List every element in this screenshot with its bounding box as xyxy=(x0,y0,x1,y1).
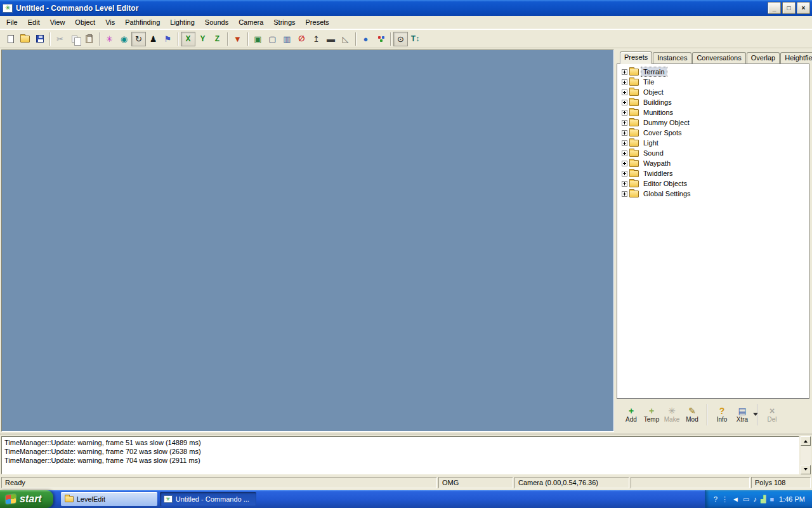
minimize-button[interactable]: _ xyxy=(768,2,781,14)
expand-plus-icon[interactable] xyxy=(622,90,627,95)
angle-tool-button[interactable]: ◺ xyxy=(338,32,353,46)
prohibit-button[interactable]: ∅ xyxy=(294,32,309,46)
app-icon[interactable] xyxy=(3,4,13,13)
windows-logo-icon xyxy=(6,494,16,504)
tree-item[interactable]: Twiddlers xyxy=(617,168,809,178)
volume-icon[interactable]: ♪ xyxy=(753,496,757,503)
info-button[interactable]: ? Info xyxy=(712,402,732,427)
tab-presets[interactable]: Presets xyxy=(620,51,652,64)
input-icon[interactable]: ⋮ xyxy=(721,496,728,503)
menu-presets[interactable]: Presets xyxy=(301,17,334,28)
walk-tool-button[interactable]: ♟ xyxy=(146,32,160,46)
expand-plus-icon[interactable] xyxy=(622,69,627,75)
del-button[interactable]: × Del xyxy=(762,402,782,427)
tree-item[interactable]: Munitions xyxy=(617,107,809,117)
taskbar-window-leveledit[interactable]: LevelEdit xyxy=(61,492,157,506)
cut-button[interactable]: ✂ xyxy=(53,32,67,46)
paste-button[interactable] xyxy=(82,32,96,46)
expand-plus-icon[interactable] xyxy=(622,130,627,136)
scroll-up-button[interactable] xyxy=(801,436,811,446)
tree-item[interactable]: Global Settings xyxy=(617,189,809,199)
expand-plus-icon[interactable] xyxy=(622,140,627,146)
mod-button[interactable]: ✎ Mod xyxy=(682,402,702,427)
expand-plus-icon[interactable] xyxy=(622,171,627,177)
menu-object[interactable]: Object xyxy=(70,17,100,28)
tree-item[interactable]: Waypath xyxy=(617,158,809,168)
tree-item[interactable]: Cover Spots xyxy=(617,128,809,138)
orbit-view-button[interactable]: ◉ xyxy=(117,32,131,46)
new-button[interactable] xyxy=(3,32,18,46)
solid-cube-button[interactable]: ▣ xyxy=(251,32,265,46)
dropdown-arrow-icon[interactable] xyxy=(753,413,758,418)
menu-file[interactable]: File xyxy=(1,17,23,28)
menu-camera[interactable]: Camera xyxy=(233,17,268,28)
copy-button[interactable] xyxy=(67,32,82,46)
expand-plus-icon[interactable] xyxy=(622,181,627,187)
gizmo-tool-button[interactable]: ✳ xyxy=(102,32,117,46)
tree-item[interactable]: Light xyxy=(617,138,809,148)
world-button[interactable]: ● xyxy=(358,32,373,46)
expand-plus-icon[interactable] xyxy=(622,161,627,166)
visibility-button[interactable]: ⊙ xyxy=(393,32,408,46)
menu-vis[interactable]: Vis xyxy=(100,17,120,28)
menu-view[interactable]: View xyxy=(45,17,70,28)
title-bar[interactable]: Untitled - Commando Level Editor _ □ × xyxy=(0,0,812,16)
expand-plus-icon[interactable] xyxy=(622,191,627,197)
menu-strings[interactable]: Strings xyxy=(268,17,300,28)
expand-plus-icon[interactable] xyxy=(622,150,627,156)
temp-button[interactable]: + Temp xyxy=(641,402,662,427)
tree-item[interactable]: Dummy Object xyxy=(617,117,809,128)
wire-cube-button[interactable]: ▢ xyxy=(265,32,280,46)
scroll-down-button[interactable] xyxy=(801,465,811,474)
network-icon[interactable]: ▟ xyxy=(761,496,766,503)
taskbar-window-commando[interactable]: Untitled - Commando ... xyxy=(160,492,256,506)
log-scrollbar[interactable] xyxy=(801,436,811,474)
tree-item[interactable]: Terrain xyxy=(617,67,809,77)
expand-plus-icon[interactable] xyxy=(622,120,627,126)
flag-tool-button[interactable]: ⚑ xyxy=(160,32,175,46)
rotate-tool-button[interactable]: ↻ xyxy=(131,32,146,46)
tree-item[interactable]: Buildings xyxy=(617,97,809,107)
menu-edit[interactable]: Edit xyxy=(23,17,45,28)
close-button[interactable]: × xyxy=(797,2,810,14)
menu-lighting[interactable]: Lighting xyxy=(165,17,200,28)
palette-button[interactable] xyxy=(373,32,388,46)
axis-x-button[interactable]: X xyxy=(181,32,195,46)
right-panel: PresetsInstancesConversationsOverlapHeig… xyxy=(617,48,812,434)
expand-plus-icon[interactable] xyxy=(622,79,627,85)
start-button[interactable]: start xyxy=(0,490,53,508)
screen-view-button[interactable]: ▥ xyxy=(280,32,294,46)
add-button[interactable]: + Add xyxy=(621,402,641,427)
3d-viewport[interactable] xyxy=(1,50,614,432)
display-icon[interactable]: ▭ xyxy=(743,496,749,503)
tree-item[interactable]: Sound xyxy=(617,148,809,158)
tree-item[interactable]: Editor Objects xyxy=(617,178,809,189)
tab-conversations[interactable]: Conversations xyxy=(692,52,745,64)
vehicle-button[interactable]: ▬ xyxy=(324,32,338,46)
axis-y-button[interactable]: Y xyxy=(195,32,210,46)
updates-icon[interactable]: ■ xyxy=(769,496,774,503)
maximize-button[interactable]: □ xyxy=(782,2,796,14)
expand-plus-icon[interactable] xyxy=(622,110,627,116)
tree-item[interactable]: Tile xyxy=(617,77,809,87)
tree-item[interactable]: Object xyxy=(617,87,809,97)
raise-object-button[interactable]: ↥ xyxy=(309,32,324,46)
text-height-button[interactable]: T↕ xyxy=(408,32,422,46)
make-button[interactable]: ✳ Make xyxy=(662,402,682,427)
folder-icon xyxy=(629,89,639,96)
drop-tool-button[interactable]: ▼ xyxy=(230,32,245,46)
tab-heightfield[interactable]: Heightfield xyxy=(780,52,812,64)
back-icon[interactable]: ◄ xyxy=(732,496,739,503)
menu-sounds[interactable]: Sounds xyxy=(200,17,233,28)
tab-instances[interactable]: Instances xyxy=(653,52,691,64)
open-button[interactable] xyxy=(18,32,32,46)
xtra-button[interactable]: ▤ Xtra xyxy=(732,402,752,427)
tab-overlap[interactable]: Overlap xyxy=(747,52,780,64)
scroll-track[interactable] xyxy=(801,446,811,465)
save-button[interactable] xyxy=(32,32,47,46)
help-icon[interactable]: ? xyxy=(714,496,717,503)
axis-z-button[interactable]: Z xyxy=(210,32,225,46)
menu-pathfinding[interactable]: Pathfinding xyxy=(120,17,165,28)
orbit-eye-icon: ◉ xyxy=(121,35,128,43)
expand-plus-icon[interactable] xyxy=(622,100,627,105)
